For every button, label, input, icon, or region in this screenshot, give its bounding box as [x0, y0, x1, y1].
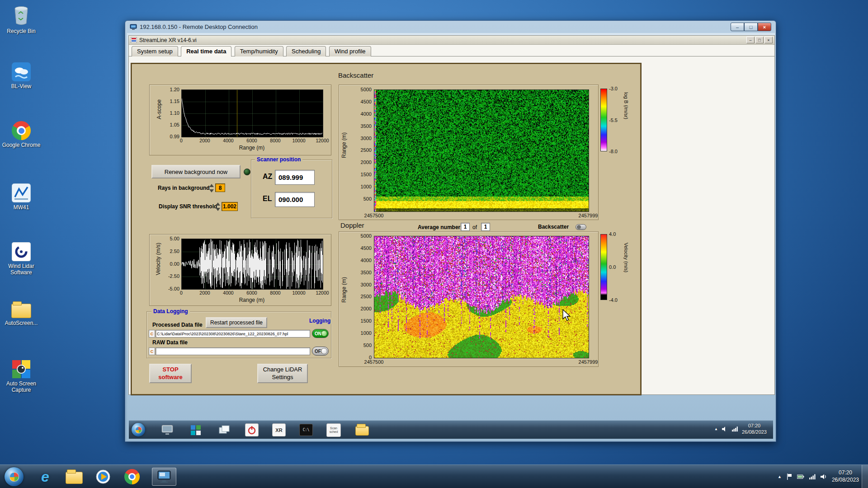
icon-label: Auto Screen Capture — [1, 380, 42, 394]
average-number-field[interactable]: 1 — [461, 223, 470, 231]
tick-label: 12000 — [315, 138, 330, 143]
remote-taskbar: XR C:\ Scan sched ▲ — [129, 420, 773, 439]
tab-temp-humidity[interactable]: Temp/humidity — [235, 46, 283, 56]
drive-icon: C — [149, 330, 155, 338]
tick-label: 1.15 — [170, 99, 179, 104]
snr-spinner[interactable] — [215, 202, 220, 211]
raw-logging-toggle[interactable]: OFF — [312, 347, 329, 356]
taskbar-window-icon[interactable] — [217, 423, 231, 437]
start-button[interactable] — [5, 467, 24, 486]
auto-screen-capture-icon — [12, 360, 31, 379]
desktop-icon-chrome[interactable]: Google Chrome — [1, 121, 42, 148]
tick-label: 3500 — [361, 123, 372, 129]
app-titlebar[interactable]: StreamLine XR v14-6.vi – □ × — [129, 36, 774, 45]
remote-tray-chevron-icon[interactable]: ▲ — [714, 427, 718, 431]
az-field[interactable]: 089.999 — [275, 170, 315, 185]
tab-wind-profile[interactable]: Wind profile — [329, 46, 371, 56]
taskbar-power-icon[interactable] — [245, 423, 259, 436]
data-logging-group: Data Logging Processed Data file Restart… — [146, 311, 331, 358]
close-button[interactable]: × — [758, 23, 771, 31]
rays-in-background-field[interactable]: 8 — [215, 183, 225, 192]
maximize-button[interactable]: □ — [744, 23, 758, 31]
mw41-icon — [12, 183, 31, 202]
processed-file-path-field[interactable]: C:\Lidar\Data\Proc\2023\202308\20230826\… — [156, 330, 310, 338]
app-window: StreamLine XR v14-6.vi – □ × System setu… — [128, 35, 775, 395]
taskbar-folder-icon[interactable] — [354, 423, 369, 437]
tab-real-time-data[interactable]: Real time data — [181, 46, 231, 56]
tab-system-setup[interactable]: System setup — [132, 46, 178, 56]
app-icon — [131, 37, 137, 43]
backscatter-display-toggle[interactable] — [576, 224, 586, 230]
renew-background-button[interactable]: Renew background now — [151, 165, 241, 178]
tick-label: 500 — [363, 196, 372, 202]
desktop-icon-autoscreen-folder[interactable]: AutoScreen... — [1, 300, 42, 326]
taskbar-xr-icon[interactable]: XR — [272, 423, 286, 436]
average-of-label: of — [472, 224, 477, 230]
tick-label: 3500 — [361, 270, 372, 275]
tick-label: 8000 — [268, 290, 283, 296]
tray-volume-icon[interactable] — [821, 474, 827, 479]
processed-logging-toggle[interactable]: ON — [312, 329, 329, 338]
tick-label: -2.50 — [168, 273, 179, 279]
raw-file-path-field[interactable] — [156, 347, 310, 355]
folder-icon — [66, 472, 83, 484]
raw-data-file-label: RAW Data file — [152, 339, 188, 346]
change-lidar-settings-button[interactable]: Change LiDARSettings — [257, 364, 308, 383]
minimize-button[interactable]: – — [731, 23, 744, 31]
desktop-icon-bl-view[interactable]: BL-View — [1, 62, 42, 89]
desktop-icon-mw41[interactable]: MW41 — [1, 183, 42, 211]
tick-label: 10000 — [292, 138, 306, 143]
tray-chevron-icon[interactable]: ▲ — [778, 474, 782, 479]
average-total-field[interactable]: 1 — [481, 223, 490, 231]
tray-battery-icon[interactable] — [797, 474, 804, 479]
media-player-icon[interactable] — [94, 468, 112, 486]
backscatter-y-ticks: 500045004000350030002500200015001000500 — [353, 87, 372, 202]
tick-label: 8000 — [268, 138, 283, 143]
tick-label: 5.00 — [170, 236, 179, 241]
desktop-icon-wind-lidar[interactable]: Wind Lidar Software — [1, 242, 42, 276]
internet-explorer-icon[interactable]: e — [36, 468, 54, 486]
el-field[interactable]: 090.000 — [275, 192, 315, 207]
tray-network-icon[interactable] — [809, 474, 816, 479]
desktop-icon-recycle-bin[interactable]: Recycle Bin — [1, 5, 42, 34]
remote-start-button[interactable] — [132, 423, 145, 436]
taskbar-app-grid-icon[interactable] — [188, 423, 203, 437]
rdp-taskbar-button[interactable] — [152, 468, 176, 486]
rdp-titlebar[interactable]: 192.168.0.150 - Remote Desktop Connectio… — [127, 21, 774, 33]
tick-label: 2.50 — [170, 249, 179, 254]
stop-software-button[interactable]: STOPsoftware — [149, 364, 192, 383]
snr-threshold-field[interactable]: 1.002 — [222, 202, 238, 211]
show-desktop-button[interactable] — [862, 465, 868, 488]
chrome-taskbar-icon[interactable] — [123, 468, 141, 486]
icon-label: MW41 — [14, 204, 29, 211]
remote-clock[interactable]: 07:20 26/08/2023 — [742, 422, 767, 436]
icon-label: Recycle Bin — [7, 28, 35, 34]
app-minimize-button[interactable]: – — [746, 37, 755, 43]
taskbar-monitor-icon[interactable] — [160, 423, 175, 437]
velocity-x-axis-label: Range (m) — [181, 297, 322, 303]
doppler-heading: Doppler — [340, 221, 364, 229]
tick-label: 4000 — [361, 258, 372, 263]
el-label: EL — [263, 196, 272, 202]
taskbar-cmd-icon[interactable]: C:\ — [299, 424, 313, 436]
folder-icon — [355, 426, 369, 436]
restart-processed-file-button[interactable]: Restart processed file — [206, 317, 267, 328]
app-close-button[interactable]: × — [764, 37, 773, 43]
app-title: StreamLine XR v14-6.vi — [139, 37, 197, 43]
app-restore-button[interactable]: □ — [755, 37, 764, 43]
rays-spinner[interactable] — [209, 184, 214, 192]
tab-scheduling[interactable]: Scheduling — [286, 46, 326, 56]
desktop-icon-auto-screen-capture[interactable]: Auto Screen Capture — [1, 360, 42, 394]
host-clock[interactable]: 07:20 26/08/2023 — [832, 469, 859, 483]
tick-label: 1.20 — [170, 87, 179, 92]
tray-flag-icon[interactable] — [787, 474, 792, 480]
recycle-bin-icon — [13, 5, 30, 26]
tick-label: 2500 — [361, 147, 372, 153]
windows-explorer-icon[interactable] — [65, 468, 83, 486]
remote-volume-icon[interactable] — [722, 427, 728, 432]
doppler-colorbar-ticks: 4.00.0-4.0 — [609, 231, 624, 303]
taskbar-scan-sched-icon[interactable]: Scan sched — [326, 423, 341, 437]
velocity-y-ticks: 5.002.500.00-2.50-5.00 — [163, 236, 179, 291]
tick-label: 10000 — [292, 290, 306, 296]
remote-network-icon[interactable] — [732, 427, 738, 432]
